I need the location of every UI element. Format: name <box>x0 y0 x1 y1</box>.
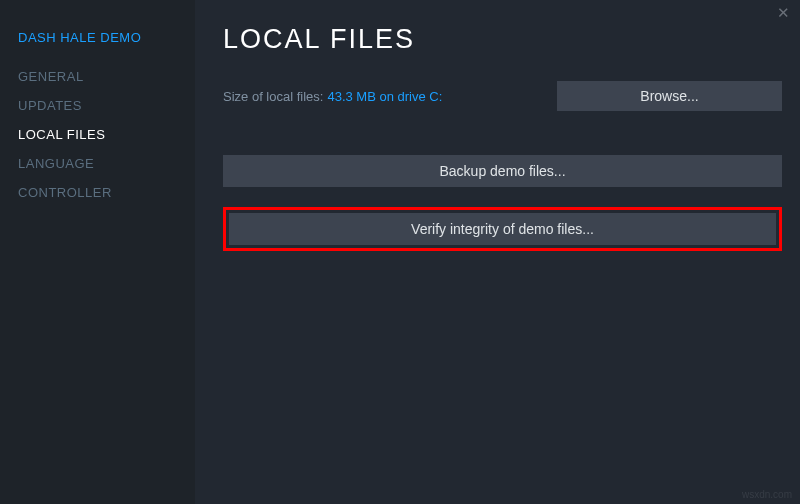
sidebar-item-general[interactable]: GENERAL <box>18 69 195 84</box>
backup-button[interactable]: Backup demo files... <box>223 155 782 187</box>
main-panel: LOCAL FILES Size of local files: 43.3 MB… <box>195 0 800 504</box>
verify-highlight: Verify integrity of demo files... <box>223 207 782 251</box>
sidebar-item-updates[interactable]: UPDATES <box>18 98 195 113</box>
sidebar: DASH HALE DEMO GENERAL UPDATES LOCAL FIL… <box>0 0 195 504</box>
file-info-row: Size of local files: 43.3 MB on drive C:… <box>223 81 782 111</box>
page-title: LOCAL FILES <box>223 24 782 55</box>
sidebar-item-language[interactable]: LANGUAGE <box>18 156 195 171</box>
watermark: wsxdn.com <box>742 489 792 500</box>
sidebar-item-controller[interactable]: CONTROLLER <box>18 185 195 200</box>
close-icon[interactable]: ✕ <box>777 4 790 22</box>
sidebar-item-local-files[interactable]: LOCAL FILES <box>18 127 195 142</box>
game-title: DASH HALE DEMO <box>18 30 195 45</box>
file-size-label: Size of local files: <box>223 89 323 104</box>
file-size-value: 43.3 MB on drive C: <box>327 89 442 104</box>
browse-button[interactable]: Browse... <box>557 81 782 111</box>
verify-button[interactable]: Verify integrity of demo files... <box>229 213 776 245</box>
